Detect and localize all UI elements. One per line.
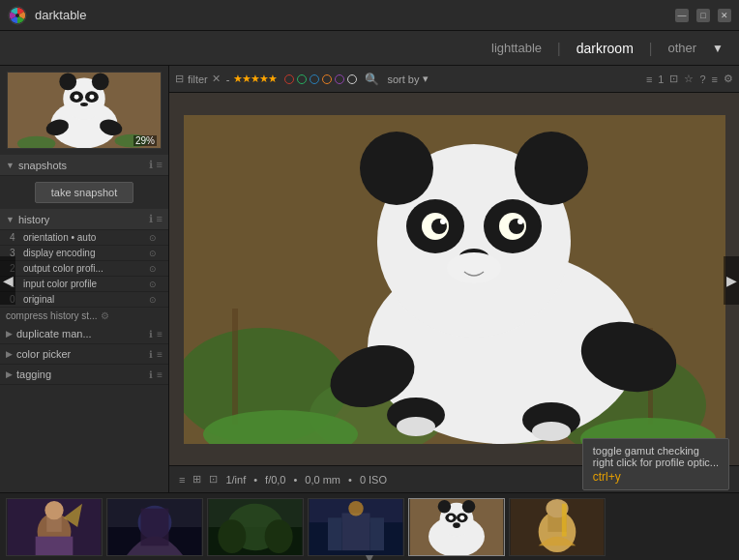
history-menu-icon[interactable]: ≡ bbox=[157, 213, 163, 225]
history-info-icon[interactable]: ℹ bbox=[149, 213, 153, 225]
color-picker-section[interactable]: ▶ color picker ℹ ≡ bbox=[0, 344, 168, 365]
svg-point-72 bbox=[449, 515, 454, 519]
cp-info-icon[interactable]: ℹ bbox=[149, 349, 153, 360]
svg-rect-61 bbox=[342, 513, 370, 550]
snapshots-label: snapshots bbox=[18, 160, 149, 171]
history-name-3: display encoding bbox=[23, 248, 149, 258]
cp-tri-icon: ▶ bbox=[6, 349, 13, 359]
filter-dot-red[interactable] bbox=[284, 74, 294, 84]
duplicate-manager-section[interactable]: ▶ duplicate man... ℹ ≡ bbox=[0, 324, 168, 344]
snapshots-header[interactable]: ▼ snapshots ℹ ≡ bbox=[0, 155, 168, 176]
maximize-button[interactable]: □ bbox=[696, 9, 710, 22]
take-snapshot-button[interactable]: take snapshot bbox=[35, 182, 134, 203]
svg-rect-62 bbox=[328, 517, 342, 550]
filter-camera-icon[interactable]: ⊡ bbox=[669, 73, 678, 85]
svg-point-38 bbox=[447, 252, 501, 283]
filmstrip-thumb-panda[interactable] bbox=[408, 498, 505, 556]
nav-other[interactable]: other bbox=[660, 37, 704, 59]
info-export-icon[interactable]: ⊡ bbox=[209, 473, 218, 486]
compress-history-button[interactable]: compress history st... ⚙ bbox=[0, 308, 168, 324]
filter-settings-icon[interactable]: ⚙ bbox=[724, 73, 733, 85]
info-menu-icon[interactable]: ≡ bbox=[179, 474, 185, 486]
compress-label: compress history st... bbox=[6, 310, 97, 321]
main-content: 29% ▼ snapshots ℹ ≡ take snapshot ▼ hist… bbox=[0, 66, 739, 492]
snapshots-tri-icon: ▼ bbox=[6, 161, 15, 170]
app-title: darktable bbox=[35, 8, 675, 22]
nav-darkroom[interactable]: darkroom bbox=[569, 37, 641, 60]
history-toggle-3[interactable]: ⊙ bbox=[149, 249, 163, 258]
svg-point-11 bbox=[80, 103, 88, 106]
svg-rect-53 bbox=[141, 508, 169, 545]
svg-point-69 bbox=[462, 499, 476, 513]
dup-menu-icon[interactable]: ≡ bbox=[157, 329, 163, 339]
filter-dot-purple[interactable] bbox=[335, 74, 344, 84]
history-item-2[interactable]: 2 output color profi... ⊙ bbox=[0, 261, 168, 277]
minimize-button[interactable]: — bbox=[675, 9, 689, 22]
app-icon bbox=[8, 6, 27, 25]
filter-dot-green[interactable] bbox=[297, 74, 307, 84]
bottom-panel-arrow[interactable]: ▼ bbox=[357, 548, 382, 560]
filter-dot-grey[interactable] bbox=[347, 74, 357, 84]
history-item-4[interactable]: 4 orientation • auto ⊙ bbox=[0, 230, 168, 246]
svg-point-68 bbox=[438, 499, 452, 513]
history-toggle-2[interactable]: ⊙ bbox=[149, 264, 163, 274]
filter-question-icon[interactable]: ? bbox=[699, 74, 705, 85]
left-panel-toggle[interactable]: ◀ bbox=[0, 256, 15, 305]
close-button[interactable]: ✕ bbox=[718, 9, 731, 22]
snapshots-menu-icon[interactable]: ≡ bbox=[157, 159, 163, 171]
svg-point-27 bbox=[360, 132, 433, 205]
history-toggle-4[interactable]: ⊙ bbox=[149, 233, 163, 243]
dup-tri-icon: ▶ bbox=[6, 329, 13, 339]
aperture-value: f/0,0 bbox=[265, 474, 285, 486]
filmstrip-thumb-3[interactable] bbox=[207, 498, 304, 556]
filter-dash-icon: - bbox=[226, 74, 230, 85]
svg-rect-49 bbox=[36, 536, 74, 554]
filter-x-icon[interactable]: ✕ bbox=[212, 73, 221, 85]
svg-rect-79 bbox=[562, 503, 567, 536]
thumbnail-preview: 29% bbox=[7, 72, 162, 149]
top-nav: lighttable | darkroom | other ▼ bbox=[0, 31, 739, 66]
cp-menu-icon[interactable]: ≡ bbox=[157, 349, 163, 360]
tag-info-icon[interactable]: ℹ bbox=[149, 369, 153, 380]
sort-arrow-icon[interactable]: ▾ bbox=[423, 73, 429, 85]
filter-star-icon[interactable]: ☆ bbox=[684, 73, 694, 85]
history-item-1[interactable]: 1 input color profile ⊙ bbox=[0, 277, 168, 292]
filmstrip-thumb-2[interactable] bbox=[106, 498, 203, 556]
history-item-0[interactable]: 0 original ⊙ bbox=[0, 292, 168, 308]
filter-right-icons: ≡ 1 ⊡ ☆ ? ≡ ⚙ bbox=[646, 73, 733, 85]
tag-menu-icon[interactable]: ≡ bbox=[157, 369, 163, 380]
filter-text-icon[interactable]: ≡ bbox=[712, 74, 718, 85]
compress-icon: ⚙ bbox=[101, 310, 109, 321]
svg-point-10 bbox=[89, 95, 94, 100]
nav-dropdown[interactable]: ▼ bbox=[712, 42, 724, 55]
history-tri-icon: ▼ bbox=[6, 215, 15, 224]
image-view bbox=[169, 93, 739, 465]
nav-sep1: | bbox=[557, 41, 561, 56]
history-item-3[interactable]: 3 display encoding ⊙ bbox=[0, 246, 168, 261]
history-name-4: orientation • auto bbox=[23, 232, 149, 243]
filter-stars: ★★★★★ bbox=[233, 73, 277, 85]
exposure-value: 1/inf bbox=[225, 474, 246, 486]
dup-info-icon[interactable]: ℹ bbox=[149, 329, 153, 339]
filmstrip-thumb-6[interactable] bbox=[509, 498, 606, 556]
info-sep1: • bbox=[253, 474, 257, 486]
tag-tri-icon: ▶ bbox=[6, 369, 13, 379]
history-toggle-1[interactable]: ⊙ bbox=[149, 280, 163, 289]
filmstrip-thumb-1[interactable] bbox=[6, 498, 103, 556]
filmstrip-thumb-4[interactable] bbox=[308, 498, 404, 556]
filter-dot-orange[interactable] bbox=[322, 74, 332, 84]
top-panel-arrow[interactable]: ▲ bbox=[357, 66, 382, 85]
tagging-section[interactable]: ▶ tagging ℹ ≡ bbox=[0, 365, 168, 385]
right-panel-toggle[interactable]: ▶ bbox=[724, 256, 739, 305]
center-panel: ⊟ filter ✕ - ★★★★★ 🔍 sort by ▾ ≡ 1 ⊡ ☆ ? bbox=[169, 66, 739, 492]
nav-lighttable[interactable]: lighttable bbox=[484, 37, 549, 59]
filter-list-icon[interactable]: ≡ bbox=[646, 74, 652, 85]
info-sep3: • bbox=[348, 474, 352, 486]
snapshots-info-icon[interactable]: ℹ bbox=[149, 159, 153, 171]
svg-rect-21 bbox=[232, 309, 238, 425]
info-copy-icon[interactable]: ⊞ bbox=[192, 473, 201, 486]
filter-dot-blue[interactable] bbox=[310, 74, 319, 84]
history-header[interactable]: ▼ history ℹ ≡ bbox=[0, 209, 168, 230]
tooltip-line1: toggle gamut checking bbox=[593, 445, 719, 457]
history-toggle-0[interactable]: ⊙ bbox=[149, 295, 163, 305]
